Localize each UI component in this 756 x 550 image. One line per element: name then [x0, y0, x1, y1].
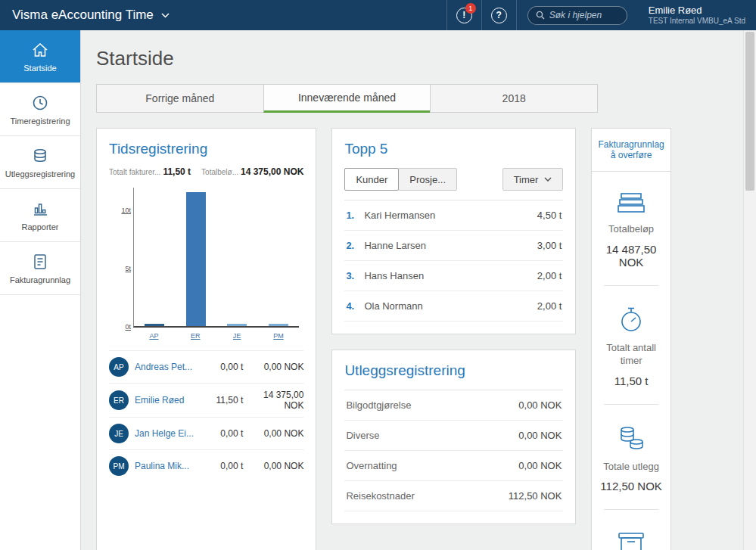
avatar: AP: [109, 357, 129, 377]
hours-bar-chart: 0t 5t 10t AP: [133, 188, 299, 340]
sidebar-item-utleggsregistrering[interactable]: Utleggsregistrering: [0, 136, 80, 189]
x-axis-label[interactable]: AP: [144, 332, 163, 340]
chart-bar: [145, 324, 164, 326]
expense-amount: 112,50 NOK: [509, 490, 562, 502]
customer-name: Kari Hermansen: [364, 210, 537, 221]
expense-type: Overnatting: [346, 460, 518, 471]
customer-name: Ola Normann: [364, 300, 537, 312]
card-title: Topp 5: [344, 141, 563, 157]
tab-forrige-maned[interactable]: Forrige måned: [96, 84, 264, 113]
summary-value: 11,50 t: [614, 374, 649, 387]
employee-list: AP Andreas Pet... 0,00 t 0,00 NOK ER Emi…: [109, 350, 303, 482]
search-input[interactable]: [549, 10, 619, 20]
invoice-basis-link[interactable]: Fakturagrunnlag å overføre: [592, 129, 670, 172]
customer-name: Hanne Larsen: [364, 240, 537, 251]
question-icon: ?: [491, 8, 507, 23]
help-button[interactable]: ?: [482, 0, 516, 30]
x-axis-label[interactable]: ER: [185, 332, 205, 340]
table-row: PM Paulina Mik... 0,00 t 0,00 NOK: [109, 449, 303, 482]
sidebar-item-timeregistrering[interactable]: Timeregistrering: [0, 83, 80, 136]
customer-hours: 4,50 t: [537, 210, 562, 221]
rank: 3.: [346, 270, 364, 281]
summary-total-expenses: Totale utlegg 112,50 NOK: [592, 405, 670, 510]
expense-list: Bilgodtgjørelse 0,00 NOK Diverse 0,00 NO…: [344, 390, 563, 511]
y-axis-tick: 5t: [113, 265, 131, 272]
x-axis-label[interactable]: PM: [269, 332, 288, 340]
vertical-scrollbar[interactable]: [743, 30, 756, 550]
time-registration-card: Tidsregistrering Totalt fakturer...11,50…: [96, 128, 316, 550]
notification-badge: 1: [465, 3, 476, 14]
stopwatch-icon: [617, 306, 646, 334]
rank: 2.: [346, 240, 364, 251]
employee-amount: 14 375,00 NOK: [249, 390, 303, 411]
list-item: 4. Ola Normann 2,00 t: [344, 291, 563, 322]
tab-2018[interactable]: 2018: [430, 84, 598, 113]
rank: 1.: [346, 210, 364, 221]
stat-total-billable: Totalt fakturer...11,50 t: [109, 166, 191, 177]
search-icon: [536, 11, 545, 20]
employee-amount: 0,00 NOK: [249, 461, 303, 471]
summary-total-hours: Totalt antall timer 11,50 t: [592, 286, 670, 404]
rank: 4.: [346, 300, 364, 312]
chevron-down-icon: [544, 177, 552, 182]
summary-label: Totalbeløp: [608, 222, 654, 236]
list-item: 3. Hans Hansen 2,00 t: [344, 261, 563, 291]
employee-hours: 0,00 t: [204, 461, 243, 471]
user-org: TEST Internal VMBU_eA Std: [649, 17, 745, 26]
expense-amount: 0,00 NOK: [518, 430, 562, 441]
period-tabs: Forrige måned Inneværende måned 2018: [96, 84, 598, 113]
timer-dropdown[interactable]: Timer: [502, 168, 564, 191]
sidebar-item-startside[interactable]: Startside: [0, 30, 80, 83]
customer-hours: 3,00 t: [537, 240, 562, 251]
card-title: Utleggsregistrering: [344, 362, 563, 379]
customer-name: Hans Hansen: [364, 270, 537, 281]
sidebar-item-label: Fakturagrunnlag: [10, 275, 70, 284]
table-row: AP Andreas Pet... 0,00 t 0,00 NOK: [109, 350, 303, 383]
employee-amount: 0,00 NOK: [249, 428, 303, 439]
avatar: JE: [109, 424, 129, 443]
employee-amount: 0,00 NOK: [249, 362, 303, 372]
home-icon: [31, 41, 49, 59]
user-name: Emilie Røed: [649, 5, 745, 17]
kunder-button[interactable]: Kunder: [344, 168, 399, 191]
employee-name-link[interactable]: Emilie Røed: [135, 395, 198, 406]
customer-hours: 2,00 t: [537, 300, 562, 312]
help-search: [527, 6, 627, 25]
stat-total-amount: Totalbelø...14 375,00 NOK: [201, 166, 303, 177]
coins-icon: [616, 424, 646, 453]
table-row: ER Emilie Røed 11,50 t 14 375,00 NOK: [109, 383, 303, 417]
sidebar-item-rapporter[interactable]: Rapporter: [0, 189, 80, 242]
summary-total-amount: Totalbeløp 14 487,50 NOK: [592, 172, 670, 285]
expense-type: Diverse: [346, 430, 518, 441]
summary-value: 112,50 NOK: [600, 480, 661, 493]
scrollbar-thumb[interactable]: [745, 32, 754, 191]
tab-innevaerende-maned[interactable]: Inneværende måned: [263, 84, 431, 113]
y-axis-tick: 0t: [113, 323, 131, 331]
list-item: Diverse 0,00 NOK: [344, 421, 563, 451]
topbar: Visma eAccounting Time ! 1 ? Emilie Røed…: [0, 0, 756, 30]
notifications-button[interactable]: ! 1: [447, 0, 481, 30]
employee-hours: 0,00 t: [204, 362, 243, 372]
employee-name-link[interactable]: Jan Helge Ei...: [135, 428, 198, 439]
expense-amount: 0,00 NOK: [518, 399, 562, 411]
expense-type: Bilgodtgjørelse: [346, 399, 518, 411]
list-item: 2. Hanne Larsen 3,00 t: [344, 231, 563, 261]
app-menu[interactable]: Visma eAccounting Time: [0, 0, 182, 30]
prosjekter-button[interactable]: Prosje...: [398, 168, 457, 191]
sidebar-item-fakturagrunnlag[interactable]: Fakturagrunnlag: [0, 242, 80, 295]
user-menu[interactable]: Emilie Røed TEST Internal VMBU_eA Std: [638, 0, 756, 30]
sidebar-item-label: Startside: [23, 64, 56, 73]
expense-type: Reisekostnader: [346, 490, 508, 502]
employee-name-link[interactable]: Paulina Mik...: [135, 461, 198, 471]
list-item: Bilgodtgjørelse 0,00 NOK: [344, 390, 563, 421]
top5-card: Topp 5 Kunder Prosje... Timer: [331, 128, 576, 334]
employee-name-link[interactable]: Andreas Pet...: [135, 362, 198, 372]
x-axis-label[interactable]: JE: [227, 332, 247, 340]
chevron-down-icon: [161, 13, 170, 18]
employee-hours: 0,00 t: [204, 428, 243, 439]
expense-amount: 0,00 NOK: [518, 460, 562, 471]
summary-label: Totalt antall timer: [598, 341, 664, 368]
expense-registration-card: Utleggsregistrering Bilgodtgjørelse 0,00…: [331, 350, 576, 524]
list-item: Reisekostnader 112,50 NOK: [344, 481, 563, 511]
document-icon: [31, 253, 49, 271]
